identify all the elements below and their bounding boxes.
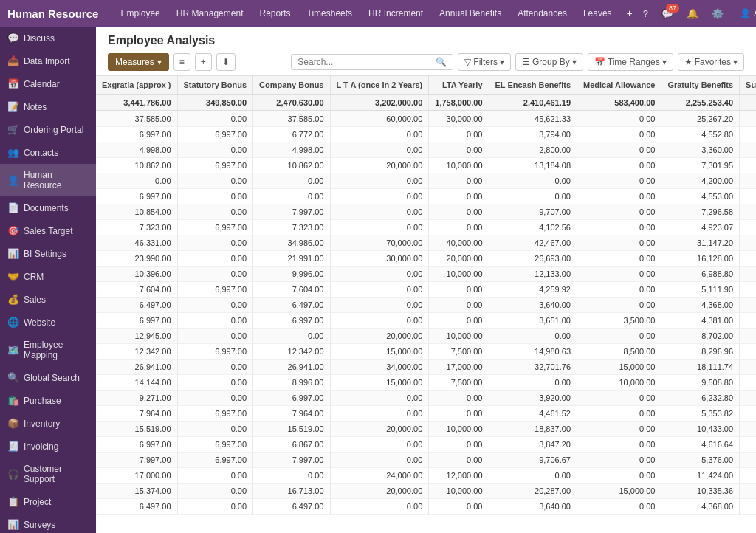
notifications-icon[interactable]: 🔔 xyxy=(682,5,703,22)
table-cell: 0.00 xyxy=(740,266,756,282)
table-cell: 3,651.00 xyxy=(489,313,577,329)
admin-menu[interactable]: 👤 ADMINISTRATOR ▾ xyxy=(732,5,756,21)
table-cell: 0.00 xyxy=(740,406,756,422)
table-cell: 6,997.00 xyxy=(253,313,330,329)
employee-analysis-table: Exgratia (approx )Statutory BonusCompany… xyxy=(96,76,756,515)
sidebar-item-project[interactable]: 📋 Project xyxy=(0,490,96,513)
col-header-l-t-a--once-in-2-years-: L T A (once In 2 Years) xyxy=(330,76,429,94)
table-cell: 0.00 xyxy=(177,298,253,313)
table-cell: 7,500.00 xyxy=(429,344,489,360)
table-cell: 0.00 xyxy=(429,173,489,189)
total-cell: 2,410,461.19 xyxy=(489,94,577,111)
sidebar-item-employee-mapping[interactable]: 🗺️ Employee Mapping xyxy=(0,334,96,366)
sidebar-item-notes[interactable]: 📝 Notes xyxy=(0,95,96,118)
sidebar-item-sales[interactable]: 💰 Sales xyxy=(0,288,96,311)
nav-item-annual-benefits[interactable]: Annual Benefits xyxy=(432,5,509,21)
sidebar-item-data-import[interactable]: 📥 Data Import xyxy=(0,49,96,72)
sidebar-item-contacts[interactable]: 👥 Contacts xyxy=(0,141,96,164)
table-cell: 0.00 xyxy=(577,189,662,204)
table-row: 46,331.000.0034,986.0070,000.0040,000.00… xyxy=(96,235,756,251)
sidebar-icon-1: 📥 xyxy=(7,55,19,66)
sidebar-item-customer-support[interactable]: 🎧 Customer Support xyxy=(0,458,96,490)
search-bar[interactable]: 🔍 xyxy=(291,54,453,70)
table-row: 0.000.000.000.000.000.000.004,200.000.00… xyxy=(96,173,756,189)
search-input[interactable] xyxy=(298,57,436,67)
sidebar-item-calendar[interactable]: 📅 Calendar xyxy=(0,72,96,95)
nav-item-leaves[interactable]: Leaves xyxy=(576,5,619,21)
sidebar-icon-6: 👤 xyxy=(7,175,19,186)
sidebar-item-bi-settings[interactable]: 📊 BI Settings xyxy=(0,242,96,265)
sidebar-item-surveys[interactable]: 📊 Surveys xyxy=(0,513,96,533)
nav-add-button[interactable]: + xyxy=(621,4,639,22)
nav-item-attendances[interactable]: Attendances xyxy=(510,5,574,21)
table-cell: 30,000.00 xyxy=(429,111,489,127)
table-row: 4,998.000.004,998.000.000.002,800.000.00… xyxy=(96,142,756,158)
messages-icon[interactable]: 💬 87 xyxy=(657,5,678,22)
measures-button[interactable]: Measures ▾ xyxy=(108,53,169,71)
add-row-button[interactable]: + xyxy=(195,53,212,71)
table-cell: 4,200.00 xyxy=(662,173,740,189)
nav-item-hr-increment[interactable]: HR Increment xyxy=(361,5,430,21)
nav-item-timesheets[interactable]: Timesheets xyxy=(300,5,360,21)
table-cell: 17,829.00 xyxy=(740,375,756,391)
table-header-row: Exgratia (approx )Statutory BonusCompany… xyxy=(96,76,756,94)
table-row: 15,374.000.0016,713.0020,000.0010,000.00… xyxy=(96,484,756,499)
list-view-button[interactable]: ≡ xyxy=(173,53,190,71)
table-row: 26,941.000.0026,941.0034,000.0017,000.00… xyxy=(96,360,756,375)
table-cell: 6,997.00 xyxy=(177,406,253,422)
sidebar-item-discuss[interactable]: 💬 Discuss xyxy=(0,27,96,49)
settings-icon[interactable]: ⚙️ xyxy=(707,5,728,22)
table-cell: 0.00 xyxy=(740,298,756,313)
col-header-statutory-bonus: Statutory Bonus xyxy=(177,76,253,94)
nav-item-employee[interactable]: Employee xyxy=(113,5,167,21)
table-container[interactable]: Exgratia (approx )Statutory BonusCompany… xyxy=(96,76,756,533)
filters-button[interactable]: ▽ Filters ▾ xyxy=(458,53,511,71)
sidebar-item-inventory[interactable]: 📦 Inventory xyxy=(0,412,96,435)
sidebar-item-crm[interactable]: 🤝 CRM xyxy=(0,265,96,288)
sidebar-item-ordering-portal[interactable]: 🛒 Ordering Portal xyxy=(0,118,96,141)
table-cell: 0.00 xyxy=(740,142,756,158)
sidebar-item-invoicing[interactable]: 🧾 Invoicing xyxy=(0,435,96,458)
app-brand: Human Resource xyxy=(7,7,98,20)
col-header-medical-allowance: Medical Allowance xyxy=(577,76,662,94)
time-ranges-button[interactable]: 📅 Time Ranges ▾ xyxy=(588,53,673,71)
nav-item-hr-management[interactable]: HR Management xyxy=(169,5,251,21)
sidebar-label-13: Employee Mapping xyxy=(24,340,89,360)
sidebar-item-sales-target[interactable]: 🎯 Sales Target xyxy=(0,219,96,242)
help-icon[interactable]: ? xyxy=(639,5,653,22)
table-cell: 6,997.00 xyxy=(96,437,177,453)
table-cell: 6,232.80 xyxy=(662,391,740,406)
download-button[interactable]: ⬇ xyxy=(216,53,236,71)
table-row: 6,497.000.006,497.000.000.003,640.000.00… xyxy=(96,499,756,515)
sidebar-item-purchase[interactable]: 🛍️ Purchase xyxy=(0,389,96,412)
table-cell: 6,997.00 xyxy=(177,437,253,453)
sidebar-label-7: Documents xyxy=(24,203,69,213)
nav-item-reports[interactable]: Reports xyxy=(252,5,298,21)
table-cell: 0.00 xyxy=(330,406,429,422)
group-by-button[interactable]: ☰ Group By ▾ xyxy=(515,53,583,71)
table-cell: 0.00 xyxy=(177,142,253,158)
sidebar-item-documents[interactable]: 📄 Documents xyxy=(0,196,96,219)
table-cell: 6,997.00 xyxy=(96,189,177,204)
table-cell: 11,424.00 xyxy=(662,468,740,484)
favorites-button[interactable]: ★ Favorites ▾ xyxy=(678,53,744,71)
table-cell: 4,461.52 xyxy=(489,406,577,422)
sidebar-label-20: Surveys xyxy=(24,520,55,530)
sidebar-item-website[interactable]: 🌐 Website xyxy=(0,311,96,334)
sidebar-icon-7: 📄 xyxy=(7,202,19,213)
col-header-company-bonus: Company Bonus xyxy=(253,76,330,94)
total-cell: 349,850.00 xyxy=(177,94,253,111)
table-cell: 0.00 xyxy=(740,158,756,173)
sidebar-label-5: Contacts xyxy=(24,148,58,158)
table-cell: 34,986.00 xyxy=(253,235,330,251)
sidebar-item-global-search[interactable]: 🔍 Global Search xyxy=(0,366,96,389)
table-cell: 0.00 xyxy=(96,173,177,189)
table-cell: 0.00 xyxy=(577,204,662,220)
sidebar-item-human-resource[interactable]: 👤 Human Resource xyxy=(0,164,96,196)
table-cell: 6,988.80 xyxy=(662,266,740,282)
table-cell: 0.00 xyxy=(177,468,253,484)
table-cell: 70,000.00 xyxy=(330,235,429,251)
total-cell: 2,470,630.00 xyxy=(253,94,330,111)
table-cell: 7,301.95 xyxy=(662,158,740,173)
sidebar-label-3: Notes xyxy=(24,102,47,112)
